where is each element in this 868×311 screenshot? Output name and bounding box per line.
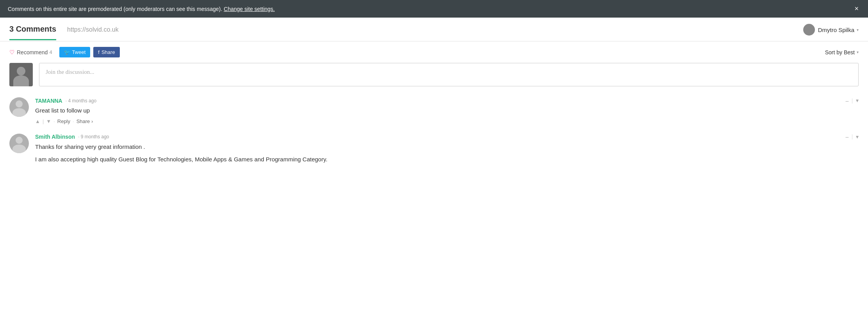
collapse-button[interactable]: –	[845, 134, 848, 140]
avatar	[9, 134, 29, 153]
upvote-button[interactable]: ▲	[35, 118, 40, 124]
share-label: Share	[101, 49, 115, 55]
facebook-share-button[interactable]: f Share	[93, 47, 119, 57]
comment-body: Smith Albinson · 9 months ago – | ▾ Than…	[35, 134, 859, 167]
recommend-count: 4	[49, 49, 52, 55]
comment-header: Smith Albinson · 9 months ago – | ▾	[35, 134, 859, 140]
separator: |	[852, 134, 853, 140]
change-settings-link[interactable]: Change site settings.	[224, 6, 275, 12]
facebook-icon: f	[98, 49, 100, 55]
comment-actions-right: – | ▾	[845, 97, 859, 104]
comment-time: · 9 months ago	[78, 134, 109, 139]
sort-by-label: Sort by Best	[825, 49, 855, 55]
recommend-button[interactable]: ♡ Recommend 4	[9, 49, 52, 56]
comment-input-placeholder: Join the discussion...	[46, 69, 94, 75]
comment-item: TAMANNA · 4 months ago – | ▾ Great list …	[9, 97, 859, 124]
notification-bar: Comments on this entire site are premode…	[0, 0, 868, 18]
comment-author[interactable]: TAMANNA	[35, 98, 62, 104]
downvote-button[interactable]: ▼	[46, 118, 51, 124]
site-url: https://solvid.co.uk	[67, 26, 119, 39]
comment-vote-row: ▲ | ▼ · Reply · Share ›	[35, 118, 859, 124]
comment-input[interactable]: Join the discussion...	[39, 63, 859, 86]
comment-body: TAMANNA · 4 months ago – | ▾ Great list …	[35, 97, 859, 124]
recommend-label: Recommend	[17, 49, 48, 55]
comment-actions-right: – | ▾	[845, 134, 859, 140]
comment-header: TAMANNA · 4 months ago – | ▾	[35, 97, 859, 104]
dropdown-icon[interactable]: ▾	[856, 97, 859, 104]
comment-text-line2: I am also accepting high quality Guest B…	[35, 155, 859, 164]
share-comment-button[interactable]: Share ›	[76, 118, 93, 124]
current-user-avatar	[9, 63, 33, 86]
collapse-button[interactable]: –	[845, 98, 848, 104]
dot-separator-2: ·	[73, 118, 74, 124]
user-name: Dmytro Spilka	[818, 27, 854, 33]
notification-close-button[interactable]: ×	[853, 5, 860, 13]
comment-text: Great list to follow up	[35, 106, 859, 115]
header-right: Dmytro Spilka ▾	[803, 24, 859, 41]
comment-input-row: Join the discussion...	[9, 63, 859, 86]
actions-row: ♡ Recommend 4 🐦 Tweet f Share Sort by Be…	[0, 41, 868, 63]
notification-text: Comments on this entire site are premode…	[8, 6, 275, 12]
separator: |	[852, 98, 853, 104]
user-chevron-icon[interactable]: ▾	[857, 28, 859, 32]
dot-separator: ·	[53, 118, 55, 124]
comment-item: Smith Albinson · 9 months ago – | ▾ Than…	[9, 134, 859, 167]
vote-separator: |	[43, 118, 44, 124]
comment-time: · 4 months ago	[66, 98, 96, 104]
main-content: Join the discussion... TAMANNA · 4 month…	[0, 63, 868, 167]
user-avatar-small	[803, 24, 815, 36]
header-row: 3 Comments https://solvid.co.uk Dmytro S…	[0, 18, 868, 41]
comment-author[interactable]: Smith Albinson	[35, 134, 75, 140]
avatar	[9, 97, 29, 117]
sort-by-chevron-icon: ▾	[857, 50, 859, 54]
notification-message: Comments on this entire site are premode…	[8, 6, 222, 12]
comments-count: 3 Comments	[9, 25, 56, 40]
sort-by-dropdown[interactable]: Sort by Best ▾	[825, 49, 859, 55]
heart-icon: ♡	[9, 49, 14, 56]
dropdown-icon[interactable]: ▾	[856, 134, 859, 140]
twitter-icon: 🐦	[64, 49, 70, 55]
tweet-label: Tweet	[72, 49, 86, 55]
comment-text-line1: Thanks for sharing very great informatio…	[35, 143, 859, 152]
tweet-button[interactable]: 🐦 Tweet	[59, 47, 91, 57]
reply-button[interactable]: Reply	[57, 118, 70, 124]
